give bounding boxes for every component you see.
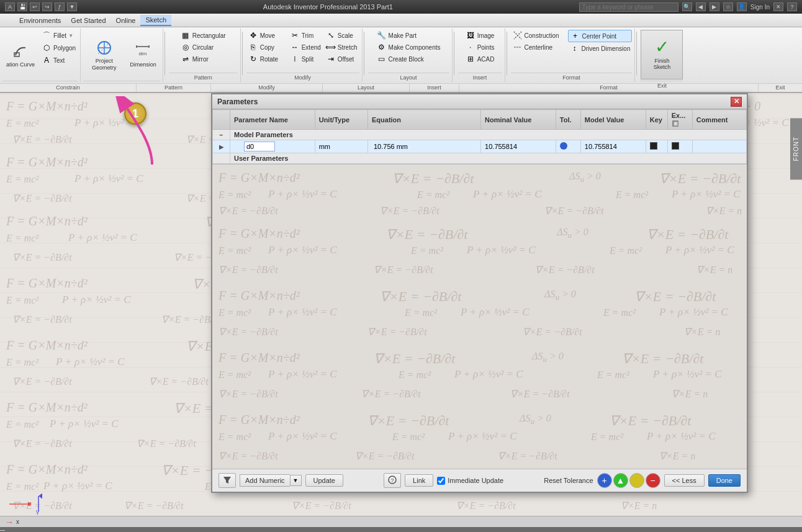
finish-sketch-btn[interactable]: ✓ Finish Sketch <box>641 30 683 79</box>
annotation-curve-btn[interactable]: ation Curve <box>2 30 38 79</box>
split-btn[interactable]: ⁞ Split <box>288 53 323 65</box>
tol-btn-yellow-circle[interactable] <box>629 473 644 488</box>
create-block-btn[interactable]: ▭ Create Block <box>375 53 443 65</box>
link-button[interactable]: Link <box>405 474 433 487</box>
offset-label: Offset <box>338 56 354 63</box>
dimension-btn[interactable]: dim Dimension <box>126 30 160 79</box>
parameters-dialog: Parameters ✕ Parameter Name Unit/Type Eq… <box>211 93 748 493</box>
param-name-cell[interactable] <box>230 140 315 153</box>
immediate-update-checkbox[interactable] <box>437 477 445 485</box>
quick-access-btn[interactable]: 💾 <box>17 2 27 11</box>
add-numeric-dropdown[interactable]: ▼ <box>290 475 302 486</box>
customize-btn[interactable]: ▼ <box>67 2 77 11</box>
polygon-btn[interactable]: ⬡ Polygon <box>40 42 78 53</box>
circular-btn[interactable]: ◎ Circular <box>179 42 228 53</box>
export-cell <box>667 140 692 153</box>
extend-btn[interactable]: ↔ Extend <box>288 42 323 53</box>
rectangular-btn[interactable]: ▦ Rectangular <box>179 30 228 41</box>
sep5 <box>507 32 507 75</box>
split-label: Split <box>302 56 313 63</box>
close-btn[interactable]: ✕ <box>773 2 783 11</box>
tol-btn-triangle[interactable]: ▲ <box>613 473 628 488</box>
col-tol: Tol. <box>556 110 580 130</box>
make-components-btn[interactable]: ⚙ Make Components <box>375 42 443 53</box>
add-numeric-button[interactable]: Add Numeric <box>240 474 290 487</box>
dlg-math-nb8: ∇×E = n <box>696 264 732 276</box>
trim-btn[interactable]: ✂ Trim <box>288 30 323 41</box>
fillet-btn[interactable]: ⌒ Fillet ▼ <box>40 30 78 41</box>
expand-model-params[interactable]: − <box>213 130 230 140</box>
layout-label: Layout <box>368 73 449 81</box>
col-unit-type: Unit/Type <box>315 110 367 130</box>
driven-dimension-btn[interactable]: ↕ Driven Dimension <box>568 43 633 54</box>
undo-btn[interactable]: ↩ <box>30 2 40 11</box>
menu-item-sketch[interactable]: Sketch <box>140 15 171 26</box>
comment-cell[interactable] <box>692 140 746 153</box>
ribbon-group-exit: ✓ Finish Sketch Exit <box>638 29 685 82</box>
menu-item-file[interactable] <box>2 16 14 25</box>
formula-btn[interactable]: ƒ <box>55 2 65 11</box>
param-name-input[interactable] <box>244 142 275 151</box>
help-btn[interactable]: ? <box>384 473 401 488</box>
app-icon[interactable]: A <box>5 2 15 11</box>
dlg-math-e7: E = mc² <box>219 307 251 318</box>
tol-btn-add[interactable]: + <box>597 473 612 488</box>
construction-btn[interactable]: Construction <box>511 30 567 41</box>
make-part-btn[interactable]: 🔧 Make Part <box>375 30 443 41</box>
sep1 <box>164 32 165 75</box>
image-btn[interactable]: 🖼 Image <box>464 30 497 41</box>
add-numeric-group: Add Numeric ▼ <box>240 474 302 487</box>
ribbon: ation Curve ⌒ Fillet ▼ ⬡ Polygon A Text <box>0 27 802 93</box>
nav-btn[interactable]: ◀ <box>696 2 706 11</box>
menu-item-environments[interactable]: Environments <box>14 16 66 25</box>
dlg-math-pv13: P + ρ× ½v² = C <box>268 430 337 443</box>
scale-label: Scale <box>338 32 353 39</box>
minimize-btn[interactable]: ? <box>787 2 797 11</box>
footer-left: Add Numeric ▼ Update <box>219 473 343 488</box>
footer-right: Reset Tolerance + ▲ − << Less Done <box>544 473 741 488</box>
equation-cell[interactable] <box>368 140 481 153</box>
dlg-math-pv9: P + ρ× ½v² = C <box>659 306 728 318</box>
move-btn[interactable]: ✥ Move <box>246 30 287 41</box>
image-label: Image <box>477 32 495 39</box>
redo-btn[interactable]: ↪ <box>42 2 52 11</box>
center-point-btn[interactable]: + Center Point <box>568 30 633 42</box>
fillet-icon: ⌒ <box>42 30 52 40</box>
search-icon[interactable]: 🔍 <box>682 2 692 11</box>
less-button[interactable]: << Less <box>664 474 705 487</box>
sign-in-link[interactable]: Sign In <box>750 4 770 11</box>
equation-input[interactable] <box>372 142 446 151</box>
format-group-bottom-label: Format <box>459 84 759 92</box>
ribbon-content: ation Curve ⌒ Fillet ▼ ⬡ Polygon A Text <box>0 27 802 83</box>
done-button[interactable]: Done <box>708 474 741 487</box>
forward-btn[interactable]: ▶ <box>710 2 719 11</box>
stretch-btn[interactable]: ⟺ Stretch <box>324 42 359 53</box>
text-btn[interactable]: A Text <box>40 55 78 66</box>
menu-item-getstarted[interactable]: Get Started <box>66 16 110 25</box>
dlg-math-n10: ∇×E = −∂B/∂t <box>610 413 691 429</box>
tolerance-circles: + ▲ − <box>597 473 660 488</box>
search-input[interactable] <box>579 2 678 12</box>
params-table-container[interactable]: Parameter Name Unit/Type Equation Nomina… <box>212 109 747 165</box>
rotate-btn[interactable]: ↻ Rotate <box>246 53 287 65</box>
tol-btn-minus[interactable]: − <box>646 473 660 488</box>
star-btn[interactable]: ☆ <box>723 2 733 11</box>
update-button[interactable]: Update <box>305 474 343 487</box>
expand-user-params[interactable] <box>213 153 230 164</box>
centerline-btn[interactable]: Centerline <box>511 42 567 53</box>
stretch-label: Stretch <box>338 44 358 51</box>
points-btn[interactable]: · Points <box>464 42 497 53</box>
dialog-close-button[interactable]: ✕ <box>731 97 742 107</box>
acad-btn[interactable]: ⊞ ACAD <box>464 53 497 65</box>
project-geometry-btn[interactable]: Project Geometry <box>83 30 125 79</box>
title-bar-right: 🔍 ◀ ▶ ☆ 👤 Sign In ✕ ? <box>579 2 797 12</box>
make-components-label: Make Components <box>389 44 441 51</box>
menu-item-online[interactable]: Online <box>111 16 141 25</box>
copy-btn[interactable]: ⎘ Copy <box>246 42 287 53</box>
scale-btn[interactable]: ⤡ Scale <box>324 30 359 41</box>
mirror-btn[interactable]: ⇌ Mirror <box>179 53 228 65</box>
offset-btn[interactable]: ⇥ Offset <box>324 53 359 65</box>
param-row-d0[interactable]: ▶ mm 10.755814 <box>213 140 747 153</box>
dlg-math-e9: E = mc² <box>603 307 636 318</box>
filter-btn[interactable] <box>219 473 236 488</box>
